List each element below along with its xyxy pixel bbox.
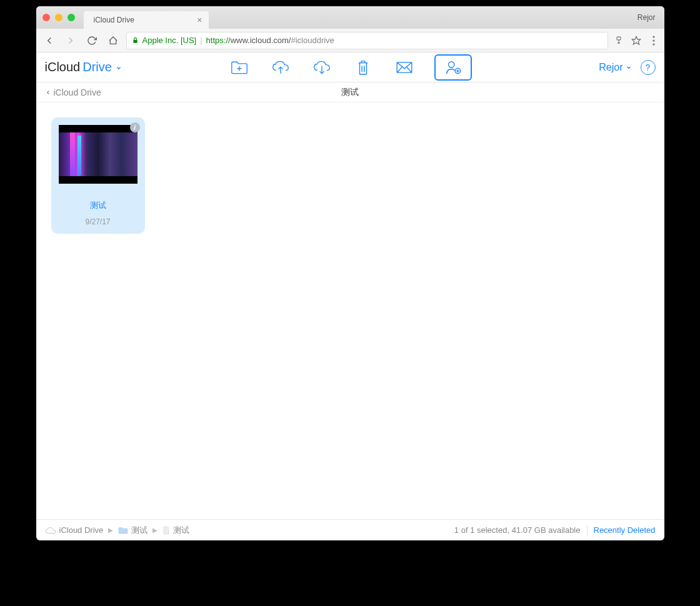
lock-icon xyxy=(132,36,139,44)
ev-certificate-label: Apple Inc. [US] xyxy=(142,36,197,45)
svg-point-4 xyxy=(652,36,654,37)
download-button[interactable] xyxy=(311,56,333,79)
url-separator: | xyxy=(200,36,202,45)
footer-right: 1 of 1 selected, 41.07 GB available Rece… xyxy=(454,525,656,535)
chrome-profile-label[interactable]: Rejor xyxy=(638,13,658,22)
new-folder-button[interactable] xyxy=(228,56,251,79)
user-name-label: Rejor xyxy=(599,62,622,73)
info-icon[interactable]: i xyxy=(130,122,140,132)
chevron-down-icon xyxy=(626,64,632,71)
chrome-menu-icon[interactable] xyxy=(648,35,659,46)
path-separator: ▶ xyxy=(108,527,113,534)
address-bar-actions xyxy=(613,35,659,46)
back-label: iCloud Drive xyxy=(54,87,101,97)
footer-separator xyxy=(587,525,588,535)
tab-close-button[interactable]: × xyxy=(197,15,202,25)
file-icon xyxy=(162,526,170,535)
svg-line-15 xyxy=(407,67,412,72)
reload-button[interactable] xyxy=(84,32,100,49)
nav-back-button[interactable] xyxy=(41,32,58,49)
brand-icloud-label: iCloud xyxy=(45,60,81,74)
chevron-left-icon xyxy=(45,88,51,97)
file-item[interactable]: i 测试 9/27/17 xyxy=(51,117,145,234)
home-button[interactable] xyxy=(105,32,121,49)
folder-icon xyxy=(118,527,128,534)
url-bar[interactable]: Apple Inc. [US] | https://www.icloud.com… xyxy=(126,32,608,49)
recently-deleted-link[interactable]: Recently Deleted xyxy=(594,525,656,535)
maximize-window-button[interactable] xyxy=(68,14,75,21)
file-name-label: 测试 xyxy=(90,200,106,211)
folder-header: iCloud Drive 测试 xyxy=(36,82,664,102)
app-brand-menu[interactable]: iCloud Drive xyxy=(45,60,122,74)
file-thumbnail xyxy=(59,125,138,184)
path-folder[interactable]: 测试 xyxy=(118,525,148,536)
bookmark-star-icon[interactable] xyxy=(631,35,642,46)
svg-marker-3 xyxy=(632,36,640,44)
svg-rect-1 xyxy=(617,37,621,40)
nav-forward-button[interactable] xyxy=(62,32,79,49)
folder-title: 测试 xyxy=(341,87,359,98)
help-button[interactable]: ? xyxy=(641,60,656,75)
delete-button[interactable] xyxy=(352,56,374,79)
back-breadcrumb[interactable]: iCloud Drive xyxy=(45,87,101,97)
browser-tab[interactable]: iCloud Drive × xyxy=(84,11,209,29)
minimize-window-button[interactable] xyxy=(55,14,62,21)
browser-address-bar: Apple Inc. [US] | https://www.icloud.com… xyxy=(36,29,664,52)
window-controls xyxy=(42,14,75,21)
file-date-label: 9/27/17 xyxy=(85,217,110,226)
selection-status: 1 of 1 selected, 41.07 GB available xyxy=(454,525,581,535)
share-collaborate-button[interactable] xyxy=(434,54,472,81)
close-window-button[interactable] xyxy=(42,14,50,21)
email-button[interactable] xyxy=(393,56,416,79)
browser-window: iCloud Drive × Rejor Apple Inc. [US] | h… xyxy=(36,6,664,540)
app-toolbar: iCloud Drive xyxy=(36,52,664,82)
site-info-icon[interactable] xyxy=(613,35,624,46)
path-file[interactable]: 测试 xyxy=(162,525,189,536)
svg-line-14 xyxy=(397,67,402,72)
svg-point-2 xyxy=(618,42,619,43)
brand-drive-label: Drive xyxy=(82,60,112,74)
url-text: https://www.icloud.com/#iclouddrive xyxy=(206,36,334,45)
user-menu[interactable]: Rejor xyxy=(599,62,631,73)
chrome-titlebar: iCloud Drive × Rejor xyxy=(36,6,664,29)
chevron-down-icon xyxy=(116,65,122,71)
svg-point-6 xyxy=(652,43,654,45)
svg-rect-0 xyxy=(133,40,137,43)
browser-tabs: iCloud Drive × xyxy=(84,6,209,29)
toolbar-right: Rejor ? xyxy=(599,60,655,75)
path-root[interactable]: iCloud Drive xyxy=(45,525,104,535)
path-separator: ▶ xyxy=(152,527,158,534)
svg-point-16 xyxy=(449,61,454,67)
svg-point-5 xyxy=(652,39,654,41)
upload-button[interactable] xyxy=(269,56,292,79)
status-footer: iCloud Drive ▶ 测试 ▶ 测试 1 of 1 selected, … xyxy=(36,519,664,540)
toolbar-actions xyxy=(228,54,472,81)
tab-title: iCloud Drive xyxy=(94,16,134,24)
cloud-icon xyxy=(45,527,56,534)
file-grid[interactable]: i 测试 9/27/17 xyxy=(36,102,664,519)
